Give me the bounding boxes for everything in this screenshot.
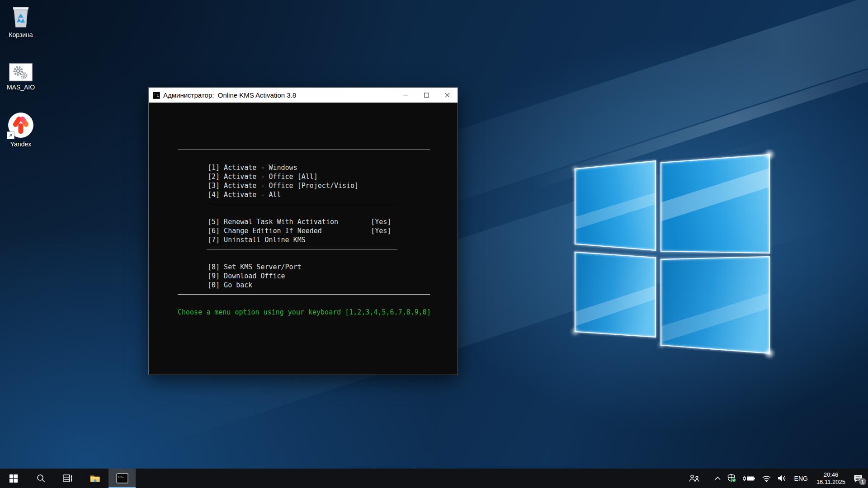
action-center-button[interactable]: 1 — [849, 469, 868, 488]
folder-icon — [90, 474, 100, 483]
svg-text:C:\: C:\ — [118, 475, 123, 478]
console-separator — [178, 145, 430, 154]
console-window: C:\ Администратор: Online KMS Activation… — [148, 87, 458, 375]
battery-charging-icon — [743, 475, 755, 482]
task-view-icon — [63, 474, 73, 483]
chevron-up-icon — [714, 476, 721, 481]
windows-logo-icon — [9, 474, 18, 483]
volume-icon — [778, 474, 787, 482]
wifi-icon — [762, 475, 771, 482]
console-blank-line — [208, 299, 458, 308]
people-button[interactable] — [686, 469, 703, 488]
shortcut-arrow-icon: ↗ — [7, 131, 14, 139]
console-blank-line — [208, 154, 458, 163]
wallpaper-windows-logo — [565, 149, 778, 361]
console-output[interactable]: [1] Activate - Windows[2] Activate - Off… — [149, 103, 458, 375]
console-menu-line: [3] Activate - Office [Project/Visio] — [208, 181, 458, 190]
desktop-icon-yandex[interactable]: ↗ Yandex — [0, 112, 42, 148]
command-prompt-button[interactable]: C:\ — [108, 469, 136, 488]
defender-button[interactable] — [724, 469, 740, 488]
window-title: Администратор: Online KMS Activation 3.8 — [163, 91, 296, 99]
batch-file-gears-icon — [0, 63, 42, 81]
system-tray: ENG 20:46 16.11.2025 1 — [686, 469, 868, 488]
task-view-button[interactable] — [54, 469, 81, 488]
desktop-icon-label: Yandex — [0, 141, 42, 148]
taskbar-clock[interactable]: 20:46 16.11.2025 — [812, 469, 849, 488]
recycle-bin-icon — [0, 4, 42, 29]
svg-text:C:\: C:\ — [154, 93, 158, 95]
console-menu-line: [5] Renewal Task With Activation [Yes] — [208, 217, 458, 226]
console-menu-line: [6] Change Edition If Needed [Yes] — [208, 226, 458, 235]
console-blank-line — [208, 208, 458, 217]
console-blank-line — [208, 253, 458, 263]
command-prompt-icon: C:\ — [153, 92, 160, 99]
close-button[interactable] — [437, 88, 458, 103]
clock-date: 16.11.2025 — [816, 479, 845, 486]
console-separator — [207, 199, 397, 208]
people-icon — [689, 474, 700, 482]
defender-shield-icon — [727, 474, 736, 483]
window-titlebar[interactable]: C:\ Администратор: Online KMS Activation… — [149, 88, 458, 103]
minimize-icon — [403, 93, 408, 98]
console-menu-line: [1] Activate - Windows — [208, 163, 458, 172]
volume-button[interactable] — [774, 469, 790, 488]
console-menu-line: [0] Go back — [208, 281, 458, 290]
search-button[interactable] — [27, 469, 54, 488]
file-explorer-button[interactable] — [81, 469, 108, 488]
desktop-icon-mas-aio[interactable]: MAS_AIO — [0, 63, 42, 91]
notification-badge: 1 — [859, 478, 866, 485]
maximize-button[interactable] — [416, 88, 437, 103]
console-menu-line: [8] Set KMS Server/Port — [208, 263, 458, 272]
minimize-button[interactable] — [395, 88, 416, 103]
console-prompt-line: Choose a menu option using your keyboard… — [178, 308, 458, 317]
console-separator — [207, 244, 397, 253]
console-menu-line: [7] Uninstall Online KMS — [208, 235, 458, 244]
desktop-icon-label: MAS_AIO — [0, 84, 42, 91]
network-button[interactable] — [759, 469, 774, 488]
desktop-icon-label: Корзина — [0, 31, 42, 38]
show-hidden-icons-button[interactable] — [711, 469, 724, 488]
start-button[interactable] — [0, 469, 27, 488]
taskbar: C:\ — [0, 469, 868, 488]
clock-time: 20:46 — [824, 471, 839, 479]
close-icon — [445, 93, 450, 98]
search-icon — [37, 474, 45, 483]
battery-button[interactable] — [740, 469, 759, 488]
console-menu-line: [4] Activate - All — [208, 190, 458, 199]
maximize-icon — [424, 93, 429, 98]
console-window-icon: C:\ — [116, 473, 128, 483]
console-menu-line: [9] Download Office — [208, 272, 458, 281]
console-separator — [178, 290, 430, 299]
console-menu-line: [2] Activate - Office [All] — [208, 172, 458, 181]
desktop-icon-recycle-bin[interactable]: Корзина — [0, 4, 42, 38]
yandex-browser-icon: ↗ — [8, 112, 34, 138]
language-indicator[interactable]: ENG — [790, 469, 812, 488]
